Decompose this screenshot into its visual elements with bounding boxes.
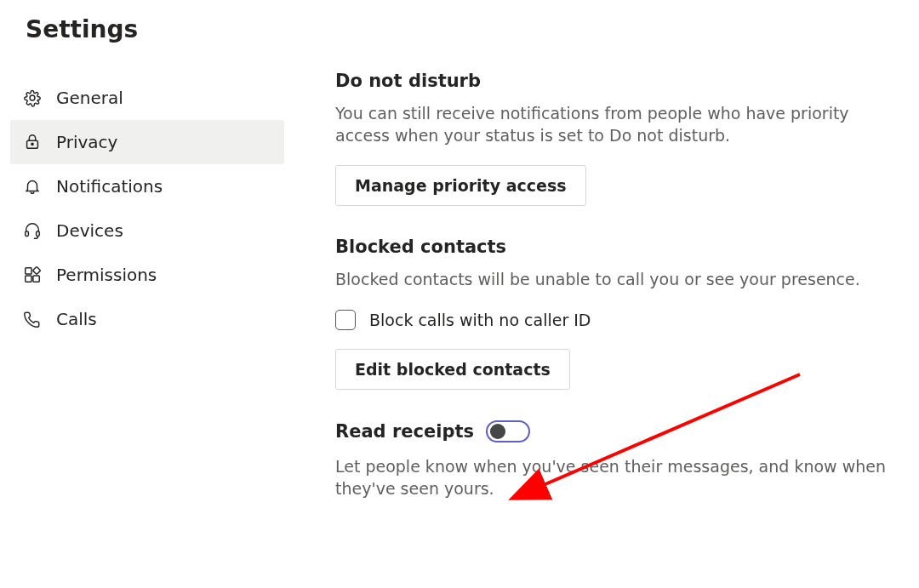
svg-rect-4 bbox=[37, 231, 40, 237]
read-receipts-toggle[interactable] bbox=[486, 420, 530, 442]
sidebar-item-notifications[interactable]: Notifications bbox=[10, 164, 284, 208]
sidebar-item-permissions[interactable]: Permissions bbox=[10, 253, 284, 297]
dnd-description: You can still receive notifications from… bbox=[335, 103, 880, 146]
manage-priority-access-button[interactable]: Manage priority access bbox=[335, 165, 586, 206]
dnd-title: Do not disturb bbox=[335, 71, 481, 91]
sidebar-item-privacy[interactable]: Privacy bbox=[10, 120, 284, 164]
bell-icon bbox=[22, 176, 43, 197]
gear-icon bbox=[22, 88, 43, 108]
section-do-not-disturb: Do not disturb You can still receive not… bbox=[335, 71, 904, 206]
section-blocked-contacts: Blocked contacts Blocked contacts will b… bbox=[335, 237, 904, 390]
blocked-description: Blocked contacts will be unable to call … bbox=[335, 269, 880, 291]
svg-rect-6 bbox=[33, 276, 39, 282]
toggle-knob bbox=[490, 424, 505, 439]
block-no-caller-id-checkbox[interactable] bbox=[335, 310, 356, 330]
phone-icon bbox=[22, 309, 43, 329]
sidebar-item-devices[interactable]: Devices bbox=[10, 208, 284, 253]
svg-rect-3 bbox=[26, 231, 29, 237]
sidebar-item-label: General bbox=[56, 88, 123, 108]
sidebar-item-label: Devices bbox=[56, 220, 123, 241]
headset-icon bbox=[22, 220, 43, 241]
svg-rect-8 bbox=[33, 266, 41, 274]
sidebar-item-label: Calls bbox=[56, 309, 97, 329]
section-read-receipts: Read receipts Let people know when you'v… bbox=[335, 420, 904, 500]
sidebar-item-label: Privacy bbox=[56, 132, 117, 152]
edit-blocked-contacts-button[interactable]: Edit blocked contacts bbox=[335, 349, 570, 390]
svg-point-2 bbox=[31, 143, 33, 145]
settings-sidebar: General Privacy bbox=[10, 69, 284, 341]
read-receipts-title: Read receipts bbox=[335, 421, 474, 442]
svg-rect-5 bbox=[26, 268, 31, 274]
sidebar-item-calls[interactable]: Calls bbox=[10, 297, 284, 341]
svg-point-0 bbox=[30, 95, 35, 100]
read-receipts-description: Let people know when you've seen their m… bbox=[335, 456, 904, 500]
sidebar-item-general[interactable]: General bbox=[10, 76, 284, 120]
block-no-caller-id-label: Block calls with no caller ID bbox=[369, 311, 591, 329]
settings-main: Do not disturb You can still receive not… bbox=[284, 69, 910, 530]
svg-rect-7 bbox=[26, 276, 31, 282]
block-no-caller-id-row: Block calls with no caller ID bbox=[335, 310, 904, 330]
lock-icon bbox=[22, 132, 43, 152]
blocked-title: Blocked contacts bbox=[335, 237, 506, 257]
sidebar-item-label: Permissions bbox=[56, 265, 157, 285]
page-title: Settings bbox=[26, 15, 910, 43]
sidebar-item-label: Notifications bbox=[56, 176, 163, 197]
apps-icon bbox=[22, 265, 43, 285]
